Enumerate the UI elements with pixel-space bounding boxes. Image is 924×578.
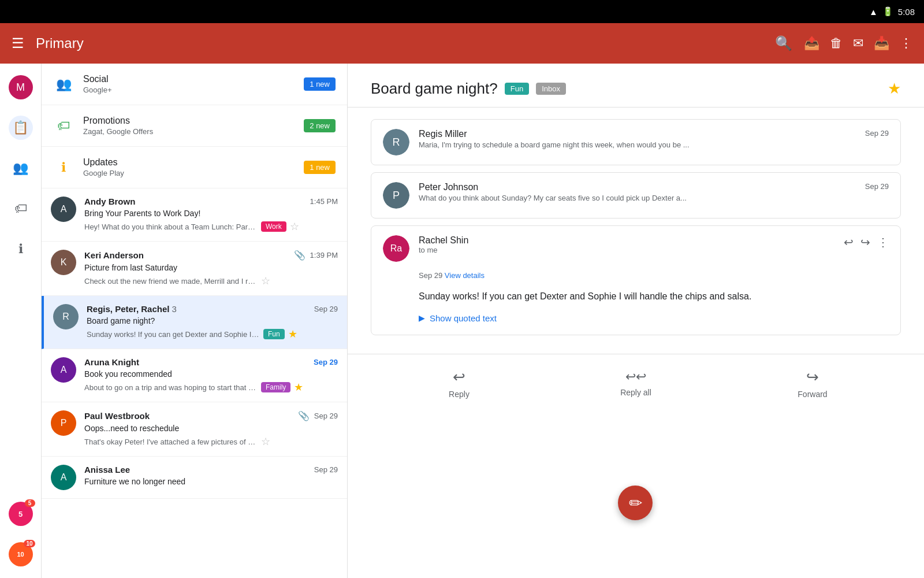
subject-regis-thread: Board game night? — [87, 316, 338, 325]
forward-button[interactable]: ↪ Forward — [778, 368, 847, 399]
sidebar-item-inbox[interactable]: 📋 — [9, 116, 33, 140]
updates-icon: ℹ — [53, 160, 74, 175]
category-updates-info: Updates Google Play — [83, 157, 295, 177]
star-regis-thread[interactable]: ★ — [288, 328, 297, 340]
message-avatar-rachel: Ra — [383, 235, 409, 262]
time-andy: 1:45 PM — [310, 197, 338, 206]
email-content-keri: Keri Anderson 📎 1:39 PM Picture from las… — [84, 250, 338, 287]
social-category-sub: Google+ — [83, 86, 295, 94]
detail-subject: Board game night? — [371, 80, 498, 98]
sidebar-item-contacts[interactable]: 👥 — [9, 156, 33, 180]
subject-paul: Oops...need to reschedule — [84, 424, 338, 433]
search-icon[interactable]: 🔍 — [775, 35, 792, 51]
email-item-aruna[interactable]: A Aruna Knight Sep 29 Book you recommend… — [42, 349, 347, 402]
account-avatar-2[interactable]: 10 10 — [9, 542, 33, 566]
detail-star[interactable]: ★ — [888, 80, 901, 98]
message-header-rachel[interactable]: Ra Rachel Shin to me ↩ ↪ ⋮ — [371, 226, 900, 271]
message-sender-info-peter: Peter Johnson What do you think about Su… — [419, 182, 865, 202]
sender-aruna: Aruna Knight — [84, 357, 139, 367]
main-layout: M 📋 👥 🏷 ℹ 5 5 10 10 — [0, 64, 924, 578]
reply-all-button[interactable]: ↩↩ Reply all — [601, 369, 670, 397]
message-header-peter[interactable]: P Peter Johnson What do you think about … — [371, 173, 900, 218]
message-avatar-peter: P — [383, 182, 409, 209]
preview-regis-thread: Sunday works! If you can get Dexter and … — [87, 330, 260, 339]
archive-icon[interactable]: 📤 — [804, 36, 819, 51]
detail-tag-inbox: Inbox — [536, 83, 566, 95]
star-keri[interactable]: ☆ — [261, 275, 270, 287]
menu-icon[interactable]: ☰ — [12, 35, 24, 51]
paperclip-keri: 📎 — [294, 250, 305, 261]
delete-icon[interactable]: 🗑 — [830, 36, 843, 51]
reply-btn-label: Reply — [449, 390, 470, 399]
user-avatar[interactable]: M — [9, 75, 33, 99]
star-paul[interactable]: ☆ — [261, 435, 270, 448]
time-paul: Sep 29 — [314, 412, 338, 420]
avatar-paul: P — [51, 410, 76, 436]
reply-all-btn-icon: ↩↩ — [625, 369, 646, 384]
avatar-regis-thread: R — [53, 304, 79, 329]
preview-aruna: About to go on a trip and was hoping to … — [84, 383, 258, 392]
subject-keri: Picture from last Saturday — [84, 263, 338, 272]
avatar-anissa: A — [51, 465, 76, 490]
email-item-paul[interactable]: P Paul Westbrook 📎 Sep 29 Oops...need to… — [42, 402, 347, 457]
sender-keri: Keri Anderson — [84, 250, 144, 260]
message-preview-regis: Maria, I'm trying to schedule a board ga… — [419, 140, 865, 149]
sidebar-item-info[interactable]: ℹ — [9, 237, 33, 261]
detail-title-row: Board game night? Fun Inbox — [371, 80, 888, 98]
message-actions-rachel: ↩ ↪ ⋮ — [844, 235, 889, 249]
sidebar-item-labels[interactable]: 🏷 — [9, 197, 33, 221]
updates-category-name: Updates — [83, 157, 295, 168]
star-aruna[interactable]: ★ — [294, 381, 303, 394]
subject-anissa: Furniture we no longer need — [84, 477, 338, 486]
tag-work-andy: Work — [261, 221, 286, 232]
category-social[interactable]: 👥 Social Google+ 1 new — [42, 64, 347, 105]
move-icon[interactable]: 📥 — [874, 36, 889, 51]
view-details-rachel[interactable]: View details — [445, 271, 485, 280]
tag-fun-regis: Fun — [263, 329, 285, 339]
reply-bar: ↩ Reply ↩↩ Reply all ↪ Forward — [348, 354, 924, 413]
message-date-rachel: Sep 29 — [419, 271, 445, 280]
email-content-aruna: Aruna Knight Sep 29 Book you recommended… — [84, 357, 338, 394]
email-item-keri[interactable]: K Keri Anderson 📎 1:39 PM Picture from l… — [42, 242, 347, 296]
category-promotions[interactable]: 🏷 Promotions Zagat, Google Offers 2 new — [42, 105, 347, 147]
sender-regis-thread: Regis, Peter, Rachel 3 — [87, 304, 177, 314]
show-quoted-btn[interactable]: ▶ Show quoted text — [419, 313, 889, 323]
email-content-paul: Paul Westbrook 📎 Sep 29 Oops...need to r… — [84, 410, 338, 448]
reply-icon-rachel[interactable]: ↩ — [844, 235, 854, 249]
updates-category-sub: Google Play — [83, 169, 295, 177]
email-item-anissa[interactable]: A Anissa Lee Sep 29 Furniture we no long… — [42, 457, 347, 499]
message-preview-peter: What do you think about Sunday? My car s… — [419, 194, 865, 202]
category-promotions-info: Promotions Zagat, Google Offers — [83, 116, 295, 136]
time-regis-thread: Sep 29 — [314, 305, 338, 313]
paperclip-paul: 📎 — [298, 410, 310, 421]
time-keri: 1:39 PM — [310, 251, 338, 260]
account-avatar-1[interactable]: 5 5 — [9, 502, 33, 526]
message-sender-name-peter: Peter Johnson — [419, 182, 865, 192]
email-item-regis-thread[interactable]: R Regis, Peter, Rachel 3 Sep 29 Board ga… — [42, 296, 347, 349]
compose-fab[interactable]: ✏ — [618, 486, 653, 520]
thread-container: R Regis Miller Maria, I'm trying to sche… — [348, 108, 924, 354]
promotions-icon: 🏷 — [53, 118, 74, 134]
detail-header: Board game night? Fun Inbox ★ — [348, 64, 924, 108]
message-item-regis: R Regis Miller Maria, I'm trying to sche… — [371, 119, 901, 165]
reply-button[interactable]: ↩ Reply — [424, 368, 494, 399]
category-updates[interactable]: ℹ Updates Google Play 1 new — [42, 147, 347, 188]
promotions-category-sub: Zagat, Google Offers — [83, 127, 295, 136]
battery-icon: 🔋 — [882, 6, 893, 17]
subject-aruna: Book you recommended — [84, 369, 338, 379]
more-icon-rachel[interactable]: ⋮ — [877, 235, 889, 249]
email-item-andy[interactable]: A Andy Brown 1:45 PM Bring Your Parents … — [42, 188, 347, 242]
star-andy[interactable]: ☆ — [290, 220, 299, 233]
more-icon[interactable]: ⋮ — [900, 36, 912, 51]
wifi-icon: ▲ — [869, 7, 878, 17]
mail-icon[interactable]: ✉ — [853, 36, 863, 51]
forward-icon-rachel[interactable]: ↪ — [860, 235, 870, 249]
message-sender-info-rachel: Rachel Shin to me — [419, 235, 844, 257]
email-content-regis-thread: Regis, Peter, Rachel 3 Sep 29 Board game… — [87, 304, 338, 340]
email-content-anissa: Anissa Lee Sep 29 Furniture we no longer… — [84, 465, 338, 488]
sender-anissa: Anissa Lee — [84, 465, 130, 475]
email-content-andy: Andy Brown 1:45 PM Bring Your Parents to… — [84, 197, 338, 233]
message-header-regis[interactable]: R Regis Miller Maria, I'm trying to sche… — [371, 120, 900, 165]
preview-paul: That's okay Peter! I've attached a few p… — [84, 438, 258, 446]
toolbar-title: Primary — [36, 35, 763, 51]
